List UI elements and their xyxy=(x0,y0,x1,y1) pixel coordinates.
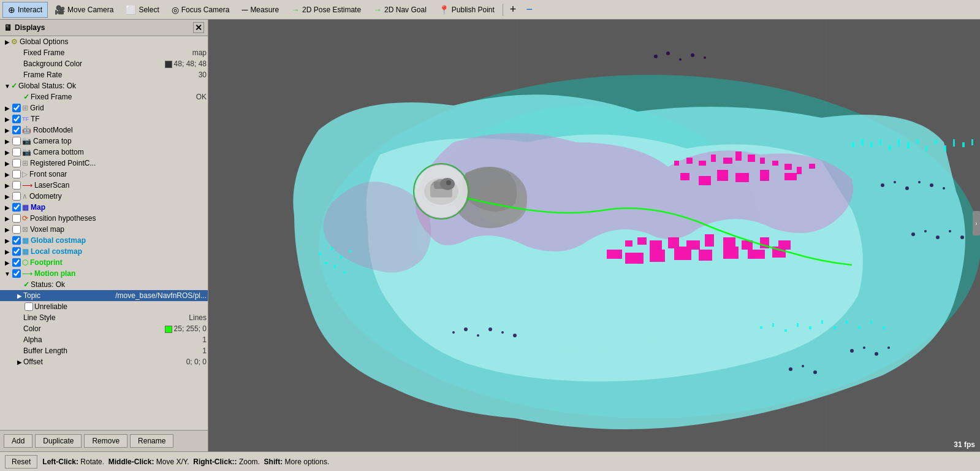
svg-rect-70 xyxy=(907,142,910,148)
fps-counter: 31 fps xyxy=(954,440,975,449)
svg-point-98 xyxy=(501,331,504,334)
measure-button[interactable]: ─ Measure xyxy=(236,2,284,18)
svg-rect-84 xyxy=(834,326,836,329)
status-bar: Reset Left-Click: Rotate. Middle-Click: … xyxy=(0,451,980,471)
checkbox-voxel-map[interactable] xyxy=(12,225,21,234)
checkbox-laserscan[interactable] xyxy=(12,181,21,190)
icon-odometry: ∧ xyxy=(22,192,28,201)
tree-item-map[interactable]: ▶ ▦ Map xyxy=(0,202,208,213)
checkbox-unreliable[interactable] xyxy=(25,302,33,311)
checkbox-local-costmap[interactable] xyxy=(12,247,21,256)
add-tool-button[interactable]: + xyxy=(506,2,521,18)
checkbox-odometry[interactable] xyxy=(12,192,21,201)
svg-rect-30 xyxy=(784,164,792,170)
tree-item-line-style[interactable]: Line Style Lines xyxy=(0,312,208,323)
add-button[interactable]: Add xyxy=(4,434,32,448)
checkbox-global-costmap[interactable] xyxy=(12,236,21,245)
rename-button[interactable]: Rename xyxy=(130,434,173,448)
checkbox-camera-top[interactable] xyxy=(12,137,21,145)
checkbox-front-sonar[interactable] xyxy=(12,170,21,178)
select-button[interactable]: ⬜ Select xyxy=(120,2,164,18)
pose-estimate-button[interactable]: → 2D Pose Estimate xyxy=(286,2,367,18)
displays-tree: ▶ ⚙ Global Options Fixed Frame map Backg… xyxy=(0,36,208,430)
tree-item-laserscan[interactable]: ▶ ⟶ LaserScan xyxy=(0,180,208,191)
tree-item-buffer-length[interactable]: Buffer Length 1 xyxy=(0,345,208,356)
arrow-position-hypo: ▶ xyxy=(4,215,11,222)
viewport[interactable]: › 31 fps xyxy=(208,20,980,451)
tree-item-grid[interactable]: ▶ ⊞ Grid xyxy=(0,102,208,113)
svg-point-104 xyxy=(930,183,933,187)
tree-item-odometry[interactable]: ▶ ∧ Odometry xyxy=(0,191,208,202)
checkbox-footprint[interactable] xyxy=(12,258,21,267)
focus-camera-button[interactable]: ◎ Focus Camera xyxy=(166,2,235,18)
icon-front-sonar: ▷ xyxy=(22,170,28,178)
checkbox-motion-plan[interactable] xyxy=(12,269,21,278)
checkbox-map[interactable] xyxy=(12,203,21,212)
checkbox-tf[interactable] xyxy=(12,115,21,123)
tree-item-offset[interactable]: ▶ Offset 0; 0; 0 xyxy=(0,356,208,367)
duplicate-button[interactable]: Duplicate xyxy=(35,434,82,448)
tree-item-motion-plan[interactable]: ▼ ⟶ Motion plan xyxy=(0,268,208,279)
panel-buttons: Add Duplicate Remove Rename xyxy=(0,430,208,451)
tree-item-frame-rate[interactable]: Frame Rate 30 xyxy=(0,69,208,80)
tree-item-background-color[interactable]: Background Color 48; 48; 48 xyxy=(0,58,208,69)
checkbox-position-hypo[interactable] xyxy=(12,214,21,223)
reset-button[interactable]: Reset xyxy=(5,455,37,469)
checkbox-grid[interactable] xyxy=(12,104,21,112)
tree-item-robotmodel[interactable]: ▶ 🤖 RobotModel xyxy=(0,124,208,136)
tree-item-unreliable[interactable]: Unreliable xyxy=(0,301,208,312)
tree-item-global-status[interactable]: ▼ ✓ Global Status: Ok xyxy=(0,80,208,91)
arrow-footprint: ▶ xyxy=(4,259,11,266)
measure-icon: ─ xyxy=(241,5,248,15)
displays-title: Displays xyxy=(15,23,45,32)
tree-item-status-ok[interactable]: ✓ Status: Ok xyxy=(0,279,208,290)
svg-rect-51 xyxy=(650,250,665,262)
svg-rect-50 xyxy=(625,253,644,264)
checkbox-registered-pointc[interactable] xyxy=(12,159,21,167)
tree-item-local-costmap[interactable]: ▶ ▦ Local costmap xyxy=(0,246,208,257)
label-background-color: Background Color xyxy=(23,59,162,68)
displays-header: 🖥 Displays ✕ xyxy=(0,20,208,36)
tree-item-registered-pointc[interactable]: ▶ ⊞ Registered PointC... xyxy=(0,158,208,169)
arrow-topic: ▶ xyxy=(16,293,23,299)
svg-rect-69 xyxy=(898,139,900,147)
check-global-status: ✓ xyxy=(11,82,17,90)
select-label: Select xyxy=(139,6,159,14)
tree-item-tf[interactable]: ▶ TF TF xyxy=(0,113,208,124)
checkbox-robotmodel[interactable] xyxy=(12,126,21,134)
svg-rect-25 xyxy=(723,158,732,164)
value-alpha: 1 xyxy=(202,335,207,344)
label-camera-bottom: Camera bottom xyxy=(33,148,207,156)
tree-item-voxel-map[interactable]: ▶ ⊠ Voxel map xyxy=(0,224,208,235)
svg-rect-39 xyxy=(625,240,632,247)
tree-item-position-hypo[interactable]: ▶ ⟳ Position hypotheses xyxy=(0,213,208,224)
close-panel-icon[interactable]: ✕ xyxy=(193,22,204,33)
minus-tool-button[interactable]: − xyxy=(522,2,537,18)
nav-goal-button[interactable]: → 2D Nav Goal xyxy=(368,2,432,18)
tree-item-camera-bottom[interactable]: ▶ 📷 Camera bottom xyxy=(0,147,208,158)
tree-item-front-sonar[interactable]: ▶ ▷ Front sonar xyxy=(0,169,208,180)
tree-item-fixed-frame-status[interactable]: ✓ Fixed Frame OK xyxy=(0,91,208,102)
move-camera-button[interactable]: 🎥 Move Camera xyxy=(49,2,119,18)
interact-button[interactable]: ⊕ Interact xyxy=(2,2,48,18)
tree-item-fixed-frame[interactable]: Fixed Frame map xyxy=(0,47,208,58)
icon-position-hypo: ⟳ xyxy=(22,214,28,223)
interact-label: Interact xyxy=(18,6,42,14)
tree-item-topic[interactable]: ▶ Topic /move_base/NavfnROS/pl... xyxy=(0,290,208,301)
tree-item-color[interactable]: Color 25; 255; 0 xyxy=(0,323,208,334)
tree-item-global-options[interactable]: ▶ ⚙ Global Options xyxy=(0,36,208,47)
label-motion-plan: Motion plan xyxy=(34,269,207,278)
svg-rect-49 xyxy=(607,250,622,259)
tree-item-alpha[interactable]: Alpha 1 xyxy=(0,334,208,345)
nav-goal-label: 2D Nav Goal xyxy=(384,6,427,14)
label-global-costmap: Global costmap xyxy=(31,236,207,245)
svg-point-100 xyxy=(881,183,884,187)
publish-point-button[interactable]: 📍 Publish Point xyxy=(433,2,500,18)
checkbox-camera-bottom[interactable] xyxy=(12,148,21,156)
publish-point-icon: 📍 xyxy=(439,5,449,15)
remove-button[interactable]: Remove xyxy=(84,434,127,448)
tree-item-global-costmap[interactable]: ▶ ▦ Global costmap xyxy=(0,235,208,246)
displays-icon: 🖥 xyxy=(4,23,12,33)
tree-item-camera-top[interactable]: ▶ 📷 Camera top xyxy=(0,136,208,147)
tree-item-footprint[interactable]: ▶ ⬡ Footprint xyxy=(0,257,208,268)
